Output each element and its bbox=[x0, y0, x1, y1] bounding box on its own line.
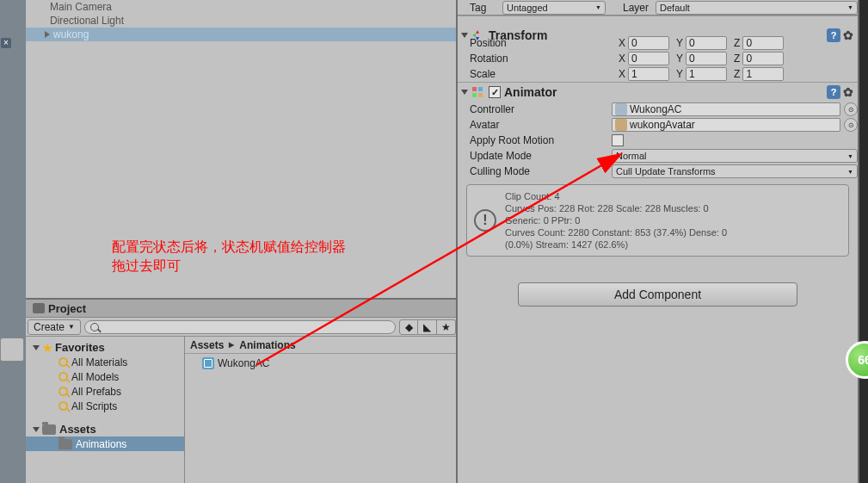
svg-rect-2 bbox=[472, 93, 477, 97]
project-tree: ★Favorites All Materials All Models All … bbox=[26, 337, 185, 483]
favorites-header[interactable]: ★Favorites bbox=[26, 340, 184, 355]
search-icon bbox=[58, 357, 68, 367]
hierarchy-item[interactable]: Directional Light bbox=[26, 14, 456, 28]
expander-icon[interactable] bbox=[45, 31, 50, 38]
folder-icon bbox=[33, 303, 45, 313]
help-icon[interactable]: ? bbox=[827, 85, 840, 99]
asset-item[interactable]: WukongAC bbox=[185, 356, 456, 371]
rotation-label: Rotation bbox=[470, 53, 612, 65]
folder-item-selected[interactable]: Animations bbox=[26, 437, 184, 451]
transform-component: Transform ? ✿ Position X0 Y0 Z0 Rotation… bbox=[458, 15, 858, 82]
favorite-item[interactable]: All Models bbox=[26, 369, 184, 384]
assets-header[interactable]: Assets bbox=[26, 422, 184, 437]
hierarchy-item[interactable]: Main Camera bbox=[26, 0, 456, 14]
rotation-z-input[interactable]: 0 bbox=[742, 52, 784, 65]
filter-type-button[interactable]: ◆ bbox=[399, 319, 418, 335]
star-icon: ★ bbox=[42, 341, 53, 355]
scale-z-input[interactable]: 1 bbox=[742, 67, 784, 81]
folder-icon bbox=[58, 439, 72, 449]
apply-root-motion-label: Apply Root Motion bbox=[470, 134, 612, 146]
right-edge bbox=[859, 0, 868, 483]
culling-mode-dropdown[interactable]: Cull Update Transforms▼ bbox=[612, 164, 858, 178]
search-icon bbox=[58, 401, 68, 411]
rotation-x-input[interactable]: 0 bbox=[628, 52, 669, 65]
position-label: Position bbox=[470, 37, 612, 49]
scale-x-input[interactable]: 1 bbox=[628, 67, 669, 81]
hierarchy-item-selected[interactable]: wukong bbox=[26, 28, 456, 41]
expander-icon[interactable] bbox=[461, 90, 468, 95]
layer-label: Layer bbox=[623, 2, 649, 14]
tag-label: Tag bbox=[470, 2, 496, 14]
scale-y-input[interactable]: 1 bbox=[686, 67, 727, 81]
object-picker-button[interactable]: ⊙ bbox=[844, 102, 858, 116]
search-icon bbox=[58, 387, 68, 396]
component-enabled-checkbox[interactable]: ✓ bbox=[489, 86, 501, 98]
update-mode-dropdown[interactable]: Normal▼ bbox=[612, 149, 858, 163]
avatar-label: Avatar bbox=[470, 119, 612, 131]
avatar-icon bbox=[615, 119, 627, 131]
project-panel: Project Create▼ ◆ ◣ ★ ★Favorites All Mat… bbox=[26, 300, 456, 483]
gear-icon[interactable]: ✿ bbox=[842, 86, 854, 98]
scene-view-strip: × bbox=[0, 0, 26, 483]
animator-controller-icon bbox=[615, 103, 627, 115]
animator-component: ✓ Animator ? ✿ Controller WukongAC ⊙ Ava… bbox=[458, 82, 858, 262]
favorite-item[interactable]: All Materials bbox=[26, 355, 184, 369]
breadcrumb[interactable]: Assets▶Animations bbox=[185, 337, 456, 354]
culling-mode-label: Culling Mode bbox=[470, 165, 612, 177]
filter-label-button[interactable]: ◣ bbox=[418, 319, 437, 335]
hierarchy-panel: Main Camera Directional Light wukong 配置完… bbox=[26, 0, 456, 300]
position-y-input[interactable]: 0 bbox=[686, 36, 727, 50]
rotation-y-input[interactable]: 0 bbox=[686, 52, 727, 65]
folder-icon bbox=[42, 424, 56, 435]
position-x-input[interactable]: 0 bbox=[628, 36, 669, 50]
add-component-button[interactable]: Add Component bbox=[518, 282, 797, 307]
create-button[interactable]: Create▼ bbox=[28, 319, 81, 335]
controller-label: Controller bbox=[470, 103, 612, 115]
help-icon[interactable]: ? bbox=[827, 28, 840, 42]
animator-info-box: ! Clip Count: 4 Curves Pos: 228 Rot: 228… bbox=[466, 184, 849, 257]
animator-icon bbox=[471, 86, 483, 98]
object-picker-button[interactable]: ⊙ bbox=[844, 118, 858, 132]
annotation-text: 配置完状态后将，状态机赋值给控制器 拖过去即可 bbox=[112, 238, 346, 276]
info-icon: ! bbox=[474, 209, 496, 232]
search-icon bbox=[90, 323, 99, 331]
layer-dropdown[interactable]: Default▼ bbox=[656, 1, 858, 15]
project-content: Assets▶Animations WukongAC bbox=[185, 337, 456, 483]
controller-field[interactable]: WukongAC bbox=[612, 102, 840, 116]
favorite-item[interactable]: All Prefabs bbox=[26, 384, 184, 399]
avatar-field[interactable]: wukongAvatar bbox=[612, 118, 840, 132]
gear-icon[interactable]: ✿ bbox=[842, 29, 854, 41]
svg-rect-3 bbox=[478, 93, 483, 97]
animator-controller-icon bbox=[202, 357, 214, 369]
scale-label: Scale bbox=[470, 68, 612, 80]
inspector-panel: Tag Untagged▼ Layer Default▼ Transform ?… bbox=[458, 0, 859, 483]
save-search-button[interactable]: ★ bbox=[437, 319, 456, 335]
search-input[interactable] bbox=[84, 320, 396, 334]
project-tab[interactable]: Project bbox=[26, 300, 456, 318]
apply-root-motion-checkbox[interactable] bbox=[612, 134, 624, 146]
favorite-item[interactable]: All Scripts bbox=[26, 399, 184, 413]
close-icon[interactable]: × bbox=[1, 38, 11, 48]
tool-button[interactable] bbox=[0, 337, 24, 362]
svg-rect-1 bbox=[478, 87, 483, 91]
tag-dropdown[interactable]: Untagged▼ bbox=[502, 1, 606, 15]
expander-icon[interactable] bbox=[461, 33, 468, 38]
position-z-input[interactable]: 0 bbox=[742, 36, 784, 50]
search-icon bbox=[58, 372, 68, 381]
svg-rect-0 bbox=[472, 87, 477, 91]
update-mode-label: Update Mode bbox=[470, 150, 612, 162]
